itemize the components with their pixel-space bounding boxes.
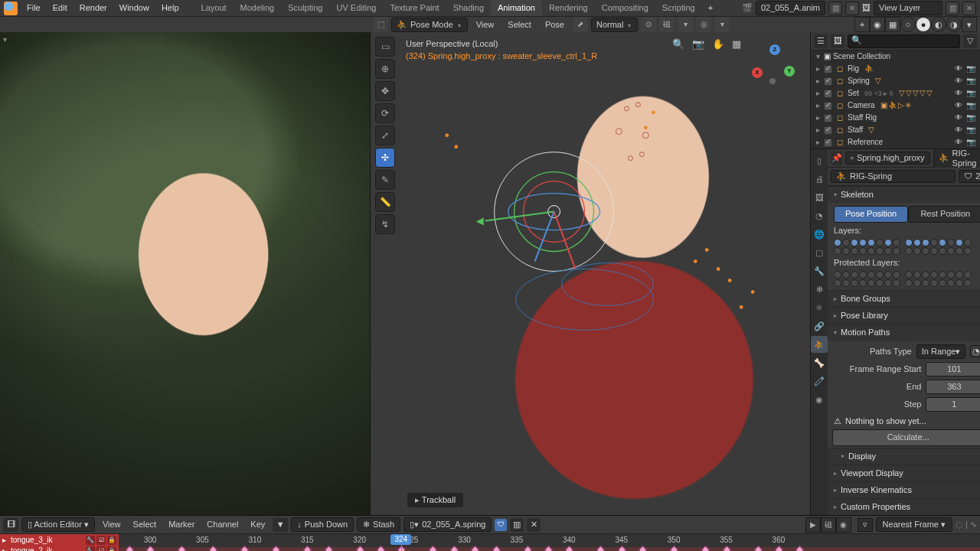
viewlayer-delete-button[interactable]: ✕ xyxy=(962,2,976,15)
layer-cell[interactable] xyxy=(876,239,884,246)
section-skeleton[interactable]: Skeleton xyxy=(828,187,980,203)
axis-y-icon[interactable]: Y xyxy=(784,66,795,77)
layer-cell[interactable] xyxy=(834,247,841,255)
layer-cell[interactable] xyxy=(964,247,972,255)
tool-measure[interactable]: 📏 xyxy=(375,192,395,212)
push-down-button[interactable]: ↓ Push Down xyxy=(291,517,354,532)
workspace-tab-texture-paint[interactable]: Texture Paint xyxy=(383,0,446,16)
menu-help[interactable]: Help xyxy=(155,3,185,12)
collection-checkbox[interactable] xyxy=(824,126,832,135)
proportional-dropdown[interactable]: ▾ xyxy=(714,17,730,32)
scene-delete-button[interactable]: ✕ xyxy=(845,2,859,15)
viewport-menu-select[interactable]: Select xyxy=(502,18,537,31)
stash-button[interactable]: ❄ Stash xyxy=(357,517,400,532)
layer-cell[interactable] xyxy=(893,239,900,246)
layer-cell[interactable] xyxy=(884,279,892,287)
visibility-toggle[interactable]: 👁 xyxy=(953,64,964,73)
layer-cell[interactable] xyxy=(939,247,946,255)
layer-cell[interactable] xyxy=(859,239,867,246)
workspace-tab-scripting[interactable]: Scripting xyxy=(655,0,702,16)
dope-snap-btn[interactable]: 磁 xyxy=(821,517,836,533)
tab-bone[interactable]: 🦴 xyxy=(811,354,828,371)
section-motion-paths[interactable]: Motion Paths xyxy=(828,324,980,341)
dope-filter2[interactable]: ▿ xyxy=(858,518,873,532)
channel-wrench-icon[interactable]: 🔧 xyxy=(86,536,95,545)
layer-cell[interactable] xyxy=(851,247,858,255)
layer-cell[interactable] xyxy=(964,279,972,287)
layer-cell[interactable] xyxy=(922,239,929,246)
object-crumb[interactable]: ▫ Spring.high_proxy xyxy=(845,152,930,165)
layer-cell[interactable] xyxy=(947,279,955,287)
viewport-menu-pose[interactable]: Pose xyxy=(540,18,570,31)
layer-cell[interactable] xyxy=(930,247,938,255)
layer-cell[interactable] xyxy=(930,279,938,287)
frame-start-input[interactable]: 101 xyxy=(926,362,980,377)
armature-protected-layers[interactable] xyxy=(834,271,980,287)
layer-cell[interactable] xyxy=(913,271,921,279)
orientation-icon[interactable]: ⬈ xyxy=(573,17,588,32)
outliner-editor-icon[interactable]: ☰ xyxy=(814,34,828,48)
layer-cell[interactable] xyxy=(930,239,938,246)
visibility-toggle[interactable]: 👁 xyxy=(953,77,964,86)
collection-checkbox[interactable] xyxy=(824,65,832,73)
layer-cell[interactable] xyxy=(834,239,841,246)
tool-select-box[interactable]: ▭ xyxy=(375,37,395,57)
zoom-icon[interactable]: 🔍 xyxy=(672,38,684,51)
collection-checkbox[interactable] xyxy=(824,139,832,147)
overlay-toggle[interactable]: ◉ xyxy=(870,17,885,32)
outliner-viewlayer-icon[interactable]: 🖼 xyxy=(831,34,844,48)
collection-checkbox[interactable] xyxy=(824,77,832,86)
layer-cell[interactable] xyxy=(859,271,867,279)
outliner-row-reference[interactable]: ▸◻Reference👁📷 xyxy=(811,136,980,148)
tab-particles[interactable]: ✻ xyxy=(811,281,828,298)
outliner-row-camera[interactable]: ▸◻Camera▣⛹▷✳👁📷 xyxy=(811,99,980,112)
collection-checkbox[interactable] xyxy=(824,90,832,98)
channel-tongue_2_ik[interactable]: ▸tongue_2_ik🔧☑🔒 xyxy=(0,546,119,551)
workspace-tab-shading[interactable]: Shading xyxy=(446,0,491,16)
menu-edit[interactable]: Edit xyxy=(47,3,74,12)
layer-cell[interactable] xyxy=(905,239,913,246)
outliner-row-staff-rig[interactable]: ▸◻Staff Rig👁📷 xyxy=(811,112,980,124)
layer-cell[interactable] xyxy=(851,239,858,246)
tool-rotate[interactable]: ⟳ xyxy=(375,103,395,123)
layer-cell[interactable] xyxy=(876,271,884,279)
collection-checkbox[interactable] xyxy=(824,114,832,122)
dope-menu-key[interactable]: Key xyxy=(246,518,270,531)
tool-transform[interactable]: ✣ xyxy=(375,148,395,168)
frame-end-input[interactable]: 363 xyxy=(926,380,980,394)
visibility-toggle[interactable]: 👁 xyxy=(953,101,964,110)
layer-cell[interactable] xyxy=(842,239,850,246)
layer-cell[interactable] xyxy=(956,271,963,279)
layer-cell[interactable] xyxy=(884,271,892,279)
tool-annotate[interactable]: ✎ xyxy=(375,170,395,190)
armature-crumb[interactable]: ⛹ RIG-Spring xyxy=(933,149,980,170)
layer-cell[interactable] xyxy=(939,271,946,279)
layer-cell[interactable] xyxy=(893,279,900,287)
3d-viewport[interactable]: ▭ ⊕ ✥ ⟳ ⤢ ✣ ✎ 📏 ↯ User Perspective (Loca… xyxy=(370,32,810,515)
layer-cell[interactable] xyxy=(851,271,858,279)
armature-users[interactable]: 🛡 2 xyxy=(959,170,980,183)
renderable-toggle[interactable]: 📷 xyxy=(966,101,977,110)
action-selector[interactable]: ▯▾ 02_055_A.spring xyxy=(403,517,492,532)
tab-viewlayer[interactable]: 🖼 xyxy=(811,189,828,206)
pivot-icon[interactable]: ⊙ xyxy=(641,17,656,32)
layer-cell[interactable] xyxy=(834,271,841,279)
visibility-toggle[interactable]: 👁 xyxy=(953,89,964,98)
action-unlink-button[interactable]: ✕ xyxy=(527,518,541,532)
persp-icon[interactable]: ▦ xyxy=(732,38,741,51)
pose-position-button[interactable]: Pose Position xyxy=(834,206,908,222)
tab-scene[interactable]: ◔ xyxy=(811,207,828,224)
axis-x-icon[interactable]: X xyxy=(752,67,763,78)
tool-scale[interactable]: ⤢ xyxy=(375,126,395,145)
workspace-tab-rendering[interactable]: Rendering xyxy=(542,0,595,16)
layer-cell[interactable] xyxy=(922,247,929,255)
dopesheet-area[interactable]: 300305310315320325330335340345350355360 … xyxy=(119,534,980,551)
workspace-tab-modeling[interactable]: Modeling xyxy=(234,0,282,16)
channel-wrench-icon[interactable]: 🔧 xyxy=(86,546,95,551)
layer-cell[interactable] xyxy=(884,247,892,255)
action-new-button[interactable]: ▥ xyxy=(510,518,524,532)
layer-cell[interactable] xyxy=(851,279,858,287)
layer-cell[interactable] xyxy=(947,239,955,246)
workspace-tab-animation[interactable]: Animation xyxy=(491,0,542,16)
layer-cell[interactable] xyxy=(956,279,963,287)
